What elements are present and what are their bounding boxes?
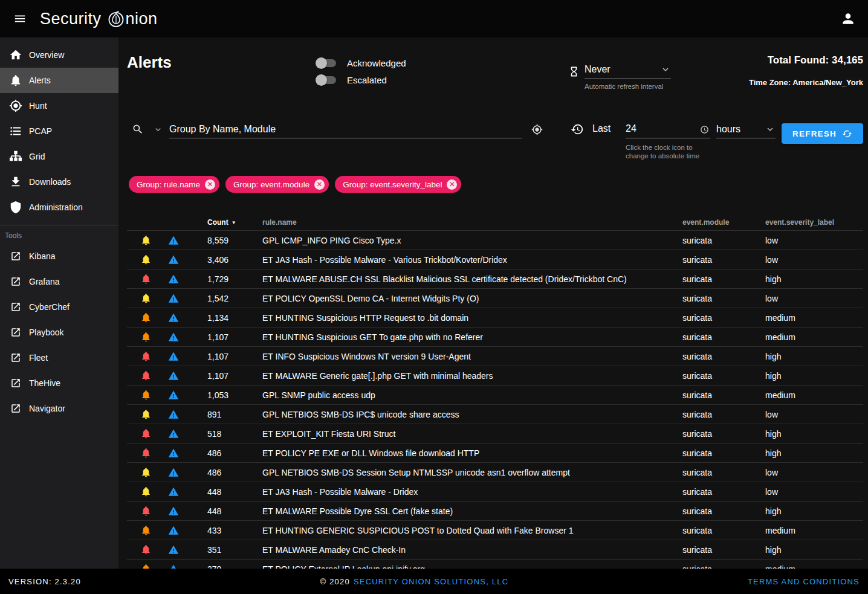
- chip-close-icon[interactable]: ✕: [447, 179, 457, 190]
- severity-bell-icon[interactable]: [140, 466, 152, 478]
- alert-detail-icon[interactable]: [168, 506, 179, 517]
- severity-bell-icon[interactable]: [140, 312, 152, 323]
- table-row[interactable]: 1,053GPL SNMP public access udpsuricatam…: [127, 385, 863, 404]
- menu-icon[interactable]: [7, 6, 33, 31]
- sidebar-tool-playbook[interactable]: Playbook: [0, 320, 118, 345]
- sidebar-tool-grafana[interactable]: Grafana: [0, 269, 118, 294]
- duration-field[interactable]: [626, 121, 710, 138]
- filter-chip[interactable]: Group: event.module✕: [225, 176, 329, 193]
- sidebar-tool-kibana[interactable]: Kibana: [0, 244, 118, 269]
- alert-detail-icon[interactable]: [168, 428, 179, 439]
- severity-cell: high: [765, 506, 863, 516]
- alert-detail-icon[interactable]: [168, 486, 179, 497]
- column-header-severity[interactable]: event.severity_label: [765, 218, 863, 227]
- sidebar-item-administration[interactable]: Administration: [0, 195, 118, 220]
- chip-close-icon[interactable]: ✕: [314, 179, 325, 190]
- column-header-count[interactable]: Count ▼: [183, 218, 262, 227]
- escalated-toggle[interactable]: [316, 74, 337, 86]
- history-icon[interactable]: [571, 123, 584, 136]
- severity-bell-icon[interactable]: [140, 428, 152, 439]
- terms-link[interactable]: TERMS AND CONDITIONS: [748, 577, 860, 586]
- alert-detail-icon[interactable]: [168, 525, 179, 536]
- alert-detail-icon[interactable]: [168, 564, 179, 569]
- severity-bell-icon[interactable]: [140, 292, 152, 304]
- table-row[interactable]: 486ET POLICY PE EXE or DLL Windows file …: [127, 443, 863, 462]
- table-row[interactable]: 1,134ET HUNTING Suspicious HTTP Request …: [127, 308, 863, 327]
- severity-bell-icon[interactable]: [140, 447, 152, 459]
- table-row[interactable]: 518ET EXPLOIT_KIT Fiesta URI Structsuric…: [127, 424, 863, 443]
- alert-detail-icon[interactable]: [168, 351, 179, 362]
- table-row[interactable]: 1,107ET HUNTING Suspicious GET To gate.p…: [127, 327, 863, 346]
- table-row[interactable]: 433ET HUNTING GENERIC SUSPICIOUS POST to…: [127, 520, 863, 540]
- alert-detail-icon[interactable]: [168, 312, 179, 323]
- table-row[interactable]: 351ET MALWARE Amadey CnC Check-Insuricat…: [127, 540, 863, 559]
- duration-unit-select[interactable]: hours: [716, 121, 776, 138]
- sidebar-tool-cyberchef[interactable]: CyberChef: [0, 294, 118, 320]
- severity-bell-icon[interactable]: [140, 254, 152, 265]
- table-row[interactable]: 1,107ET INFO Suspicious Windows NT versi…: [127, 346, 863, 366]
- alert-detail-icon[interactable]: [168, 409, 179, 420]
- search-icon[interactable]: [132, 123, 144, 135]
- sidebar-tool-fleet[interactable]: Fleet: [0, 345, 118, 370]
- table-row[interactable]: 448ET JA3 Hash - Possible Malware - Drid…: [127, 482, 863, 501]
- crosshairs-icon[interactable]: [531, 124, 543, 135]
- severity-bell-icon[interactable]: [140, 486, 152, 497]
- table-row[interactable]: 1,729ET MALWARE ABUSE.CH SSL Blacklist M…: [127, 269, 863, 288]
- copyright-link[interactable]: SECURITY ONION SOLUTIONS, LLC: [354, 577, 508, 586]
- severity-bell-icon[interactable]: [140, 234, 152, 246]
- alert-detail-icon[interactable]: [168, 448, 179, 459]
- table-row[interactable]: 486GPL NETBIOS SMB-DS Session Setup NTML…: [127, 462, 863, 482]
- alert-detail-icon[interactable]: [168, 467, 179, 478]
- alert-detail-icon[interactable]: [168, 332, 179, 343]
- sitemap-icon: [8, 149, 23, 164]
- sidebar-item-pcap[interactable]: PCAP: [0, 118, 118, 144]
- query-input[interactable]: [169, 121, 522, 138]
- severity-bell-icon[interactable]: [140, 370, 152, 381]
- table-row[interactable]: 3,406ET JA3 Hash - Possible Malware - Va…: [127, 250, 863, 269]
- table-row[interactable]: 891GPL NETBIOS SMB-DS IPC$ unicode share…: [127, 404, 863, 424]
- chevron-down-icon[interactable]: [153, 124, 163, 135]
- duration-input[interactable]: [626, 121, 696, 137]
- account-icon[interactable]: [838, 8, 858, 29]
- sidebar-item-grid[interactable]: Grid: [0, 144, 118, 169]
- severity-bell-icon[interactable]: [140, 525, 152, 536]
- sidebar-item-alerts[interactable]: Alerts: [0, 68, 118, 93]
- acknowledged-toggle[interactable]: [316, 57, 337, 69]
- alert-detail-icon[interactable]: [168, 370, 179, 381]
- sidebar-item-downloads[interactable]: Downloads: [0, 169, 118, 195]
- external-link-icon: [8, 376, 23, 390]
- home-icon: [8, 48, 23, 62]
- alert-detail-icon[interactable]: [168, 274, 179, 285]
- severity-bell-icon[interactable]: [140, 331, 152, 343]
- table-row[interactable]: 270ET POLICY External IP Lookup api.ipif…: [127, 559, 863, 569]
- filter-chip[interactable]: Group: rule.name✕: [129, 176, 219, 193]
- alert-detail-icon[interactable]: [168, 235, 179, 246]
- table-row[interactable]: 8,559GPL ICMP_INFO PING Cisco Type.xsuri…: [127, 230, 863, 250]
- table-row[interactable]: 448ET MALWARE Possible Dyre SSL Cert (fa…: [127, 501, 863, 520]
- table-row[interactable]: 1,542ET POLICY OpenSSL Demo CA - Interne…: [127, 288, 863, 308]
- alert-detail-icon[interactable]: [168, 293, 179, 304]
- sidebar-item-overview[interactable]: Overview: [0, 42, 118, 68]
- filter-chip[interactable]: Group: event.severity_label✕: [335, 176, 461, 193]
- app-logo: Security nion: [40, 10, 158, 28]
- clock-icon[interactable]: [700, 125, 709, 134]
- sidebar-item-hunt[interactable]: Hunt: [0, 93, 118, 118]
- severity-bell-icon[interactable]: [140, 544, 152, 555]
- sidebar-tool-navigator[interactable]: Navigator: [0, 396, 118, 421]
- column-header-event-module[interactable]: event.module: [682, 218, 765, 227]
- refresh-interval-select[interactable]: Never: [585, 64, 671, 79]
- severity-bell-icon[interactable]: [140, 563, 152, 569]
- refresh-button[interactable]: REFRESH: [782, 123, 863, 144]
- sidebar-tool-thehive[interactable]: TheHive: [0, 370, 118, 396]
- alert-detail-icon[interactable]: [168, 254, 179, 265]
- table-row[interactable]: 1,107ET MALWARE Generic gate[.].php GET …: [127, 366, 863, 385]
- column-header-rule-name[interactable]: rule.name: [262, 218, 682, 227]
- chip-close-icon[interactable]: ✕: [205, 179, 215, 190]
- severity-bell-icon[interactable]: [140, 408, 152, 420]
- severity-bell-icon[interactable]: [140, 389, 152, 401]
- alert-detail-icon[interactable]: [168, 390, 179, 401]
- severity-bell-icon[interactable]: [140, 350, 152, 362]
- severity-bell-icon[interactable]: [140, 273, 152, 285]
- severity-bell-icon[interactable]: [140, 505, 152, 517]
- alert-detail-icon[interactable]: [168, 544, 179, 555]
